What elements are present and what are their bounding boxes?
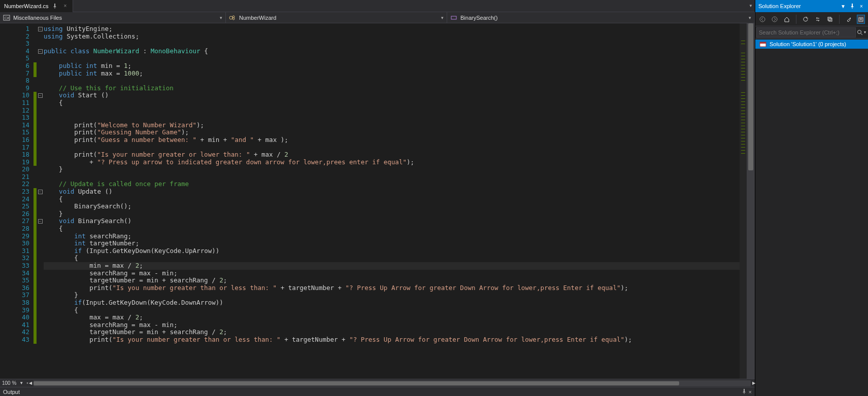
pin-icon[interactable] (742, 389, 747, 395)
code-line[interactable]: { (44, 255, 740, 262)
search-icon[interactable]: ▾ (856, 27, 867, 38)
class-icon (229, 14, 236, 21)
code-line[interactable] (44, 173, 740, 181)
editor-footer: 100 % ▼ • ◀ ▶ (0, 379, 755, 387)
code-line[interactable]: public class NumberWizard : MonoBehaviou… (44, 48, 740, 55)
code-line[interactable] (44, 77, 740, 85)
code-line[interactable]: BinarySearch(); (44, 203, 740, 210)
project-combo[interactable]: C# Miscellaneous Files (0, 12, 226, 23)
svg-rect-5 (451, 16, 456, 19)
zoom-level[interactable]: 100 % (2, 380, 16, 386)
code-line[interactable]: public int min = 1; (44, 62, 740, 70)
close-icon[interactable]: × (749, 389, 752, 395)
code-line[interactable]: // Use this for initialization (44, 85, 740, 92)
code-area[interactable]: using UnityEngine;using System.Collectio… (44, 23, 740, 379)
code-line[interactable]: targetNumber = min + searchRang / 2; (44, 277, 740, 284)
code-line[interactable]: using System.Collections; (44, 33, 740, 41)
code-line[interactable] (44, 55, 740, 62)
tab-overflow-icon[interactable]: ▼ (749, 4, 753, 8)
fold-toggle[interactable]: − (38, 190, 43, 194)
fold-toggle[interactable]: − (38, 219, 43, 224)
svg-rect-13 (760, 42, 766, 44)
code-line[interactable]: min = max / 2; (44, 262, 740, 270)
code-line[interactable]: if(Input.GetKeyDown(KeyCode.DownArrow)) (44, 299, 740, 307)
horizontal-scrollbar[interactable]: ◀ ▶ (34, 380, 751, 386)
code-line[interactable] (44, 40, 740, 48)
member-combo[interactable]: BinarySearch() (447, 12, 755, 23)
code-line[interactable]: } (44, 166, 740, 173)
code-line[interactable]: print("Welcome to Number Wizard"); (44, 122, 740, 129)
code-line[interactable]: searchRang = max - min; (44, 321, 740, 329)
document-tab[interactable]: NumberWizard.cs × (0, 0, 73, 12)
panel-title: Solution Explorer (758, 3, 801, 9)
code-line[interactable]: int targetNumber; (44, 240, 740, 247)
code-line[interactable]: print("Guessing Number Game"); (44, 129, 740, 136)
vertical-scrollbar[interactable] (747, 23, 755, 379)
code-line[interactable]: using UnityEngine; (44, 25, 740, 33)
output-panel-header[interactable]: Output × (0, 387, 755, 396)
pin-icon[interactable] (51, 3, 58, 10)
scroll-right-icon[interactable]: ▶ (751, 380, 757, 386)
code-line[interactable]: public int max = 1000; (44, 70, 740, 78)
solution-explorer-panel: Solution Explorer ▼ × ▾ Solution 'Soluti… (755, 0, 868, 396)
search-input[interactable] (756, 27, 856, 38)
close-icon[interactable]: × (61, 3, 69, 10)
code-line[interactable]: print("Is you number greater than or les… (44, 284, 740, 292)
code-line[interactable]: + "? Press up arrow to indicated greater… (44, 159, 740, 166)
solution-explorer-title-bar[interactable]: Solution Explorer ▼ × (755, 0, 868, 12)
code-line[interactable]: { (44, 196, 740, 203)
fold-toggle[interactable]: − (38, 93, 43, 98)
home-icon[interactable] (783, 15, 791, 24)
output-title: Output (3, 389, 20, 395)
sync-icon[interactable] (814, 15, 822, 24)
code-line[interactable]: { (44, 307, 740, 314)
window-position-icon[interactable]: ▼ (840, 3, 847, 10)
code-line[interactable]: searchRang = max - min; (44, 270, 740, 277)
node-label: Solution 'Solution1' (0 projects) (770, 41, 846, 47)
svg-point-4 (232, 18, 235, 20)
code-line[interactable]: } (44, 210, 740, 218)
code-line[interactable]: int searchRang; (44, 233, 740, 240)
code-line[interactable]: targetNumber = min + searchRang / 2; (44, 329, 740, 336)
show-all-files-icon[interactable] (857, 15, 865, 24)
code-line[interactable]: void Start () (44, 92, 740, 99)
code-line[interactable] (44, 144, 740, 152)
code-line[interactable] (44, 114, 740, 122)
solution-icon (759, 41, 766, 48)
code-line[interactable]: print("Is your number greater than or le… (44, 336, 740, 344)
code-line[interactable]: // Update is called once per frame (44, 181, 740, 188)
back-icon[interactable] (758, 15, 766, 24)
combo-text: BinarySearch() (460, 15, 497, 21)
chevron-down-icon[interactable]: ▼ (19, 381, 23, 385)
scrollbar-thumb[interactable] (748, 23, 753, 170)
code-line[interactable]: if (Input.GetKeyDown(KeyCode.UpArrow)) (44, 247, 740, 255)
close-icon[interactable]: × (858, 3, 865, 10)
code-line[interactable]: print("Guess a number between: " + min +… (44, 136, 740, 144)
code-line[interactable]: void BinarySearch() (44, 218, 740, 225)
solution-node[interactable]: Solution 'Solution1' (0 projects) (755, 40, 868, 49)
code-line[interactable]: print("Is your number greater or lower t… (44, 151, 740, 159)
solution-explorer-tree[interactable]: Solution 'Solution1' (0 projects) (755, 39, 868, 396)
class-combo[interactable]: NumberWizard (226, 12, 447, 23)
properties-icon[interactable] (845, 15, 853, 24)
solution-explorer-search: ▾ (755, 26, 868, 39)
pin-icon[interactable] (849, 3, 856, 10)
folding-gutter[interactable]: −−−−− (37, 23, 44, 379)
code-line[interactable]: } (44, 292, 740, 299)
fold-toggle[interactable]: − (38, 27, 43, 31)
code-editor[interactable]: 1234567891011121314151617181920212223242… (0, 23, 755, 379)
code-line[interactable]: { (44, 99, 740, 107)
collapse-all-icon[interactable] (826, 15, 834, 24)
forward-icon[interactable] (771, 15, 779, 24)
svg-point-3 (232, 16, 235, 18)
code-line[interactable]: { (44, 225, 740, 233)
fold-toggle[interactable]: − (38, 49, 43, 54)
code-line[interactable]: max = max / 2; (44, 314, 740, 321)
scrollbar-thumb[interactable] (34, 381, 679, 385)
refresh-icon[interactable] (802, 15, 810, 24)
overview-map[interactable] (740, 23, 747, 379)
code-line[interactable] (44, 107, 740, 115)
code-line[interactable]: void Update () (44, 188, 740, 196)
scroll-left-icon[interactable]: ◀ (27, 380, 34, 386)
svg-rect-9 (829, 18, 832, 21)
